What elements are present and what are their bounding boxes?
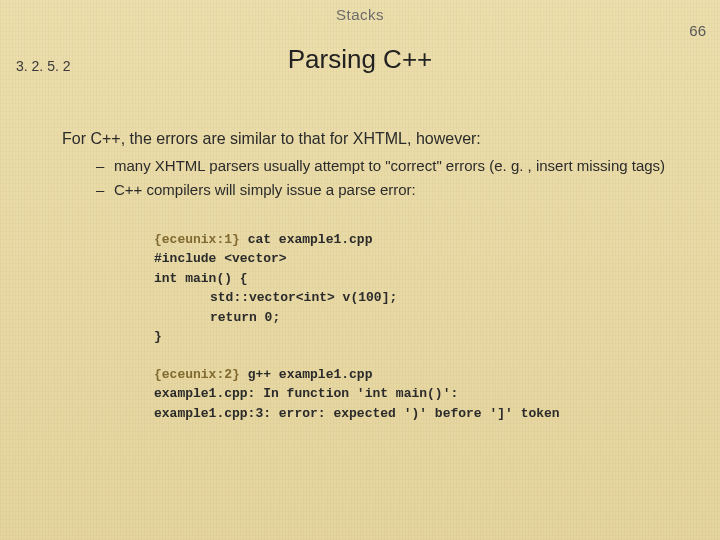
page-number: 66 bbox=[689, 22, 706, 39]
bullet-list: many XHTML parsers usually attempt to "c… bbox=[96, 156, 680, 201]
intro-text: For C++, the errors are similar to that … bbox=[62, 128, 680, 150]
shell-prompt: {eceunix:2} bbox=[154, 367, 240, 382]
header-label: Stacks bbox=[0, 6, 720, 23]
code-line: #include <vector> bbox=[154, 251, 287, 266]
shell-prompt: {eceunix:1} bbox=[154, 232, 240, 247]
code-line: return 0; bbox=[154, 308, 280, 328]
list-item: C++ compilers will simply issue a parse … bbox=[96, 180, 680, 200]
slide-title: Parsing C++ bbox=[0, 44, 720, 75]
shell-command: cat example1.cpp bbox=[240, 232, 373, 247]
list-item: many XHTML parsers usually attempt to "c… bbox=[96, 156, 680, 176]
slide-body: For C++, the errors are similar to that … bbox=[62, 128, 680, 443]
output-line: example1.cpp:3: error: expected ')' befo… bbox=[154, 406, 560, 421]
code-line: std::vector<int> v(100]; bbox=[154, 288, 397, 308]
code-line: int main() { bbox=[154, 271, 248, 286]
code-line: } bbox=[154, 329, 162, 344]
output-line: example1.cpp: In function 'int main()': bbox=[154, 386, 458, 401]
code-block: {eceunix:1} cat example1.cpp #include <v… bbox=[154, 210, 680, 443]
shell-command: g++ example1.cpp bbox=[240, 367, 373, 382]
